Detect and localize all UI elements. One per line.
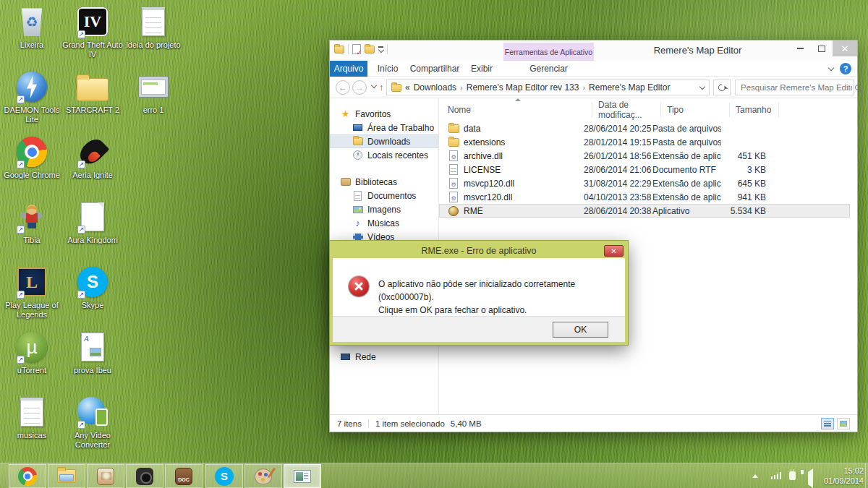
breadcrumb[interactable]: « Downloads › Remere's Map Editor rev 13… bbox=[386, 80, 710, 95]
power-plug-icon[interactable] bbox=[789, 471, 796, 480]
properties-icon[interactable] bbox=[352, 44, 361, 54]
file-row-msvcr120-dll[interactable]: ⚙ msvcr120.dll04/10/2013 23:58Extensão d… bbox=[439, 190, 850, 204]
search-input[interactable] bbox=[741, 83, 852, 92]
window-title: Remere's Map Editor bbox=[605, 45, 791, 56]
desktop-icon-tibia[interactable]: ↗ Tibia bbox=[1, 200, 62, 245]
column-headers: Nome Data de modificaç... Tipo Tamanho bbox=[439, 103, 857, 117]
forward-button[interactable]: → bbox=[352, 80, 367, 95]
show-hidden-icons-button[interactable] bbox=[752, 474, 758, 478]
file-row-license[interactable]: LICENSE28/06/2014 21:06Documento RTF3 KB bbox=[439, 163, 850, 176]
dialog-title-bar[interactable]: RME.exe - Erro de aplicativo bbox=[332, 243, 626, 258]
dll-file-icon: ⚙ bbox=[449, 150, 458, 161]
sidebar-item-musicas[interactable]: ♪Músicas bbox=[330, 216, 438, 230]
minimize-button[interactable] bbox=[789, 40, 811, 56]
column-header-tamanho[interactable]: Tamanho bbox=[730, 103, 779, 117]
column-header-nome[interactable]: Nome bbox=[448, 103, 592, 117]
desktop-icon-label: Grand Theft Auto IV bbox=[62, 40, 123, 59]
sidebar-item-locais-recentes[interactable]: Locais recentes bbox=[330, 148, 438, 162]
sidebar-group-rede[interactable]: Rede bbox=[330, 350, 438, 364]
desktop-icon-gta-iv[interactable]: IV↗ Grand Theft Auto IV bbox=[62, 4, 123, 59]
status-selected-count: 1 item selecionado bbox=[375, 419, 445, 428]
tab-inicio[interactable]: Início bbox=[370, 61, 406, 77]
sidebar-group-bibliotecas[interactable]: Bibliotecas bbox=[330, 175, 438, 189]
word-document-icon bbox=[81, 333, 104, 361]
tab-compartilhar[interactable]: Compartilhar bbox=[406, 61, 464, 77]
new-folder-icon[interactable] bbox=[365, 46, 375, 53]
shortcut-arrow-icon: ↗ bbox=[17, 226, 25, 234]
desktop-icon-utorrent[interactable]: µ↗ uTorrent bbox=[1, 330, 62, 375]
desktop-icon-skype[interactable]: S↗ Skype bbox=[62, 265, 123, 310]
column-header-tipo[interactable]: Tipo bbox=[661, 103, 730, 117]
file-row-data[interactable]: data28/06/2014 20:25Pasta de arquivos bbox=[439, 121, 850, 135]
folder-icon bbox=[448, 124, 459, 133]
help-icon[interactable]: ? bbox=[840, 63, 851, 74]
file-row-rme-selected[interactable]: RME28/06/2014 20:38Aplicativo5.534 KB bbox=[439, 204, 850, 218]
title-bar[interactable]: Ferramentas de Aplicativo Remere's Map E… bbox=[330, 40, 857, 61]
skype-icon: S bbox=[215, 467, 234, 486]
breadcrumb-item[interactable]: Remere's Map Editor rev 133 bbox=[467, 82, 579, 93]
details-view-button[interactable] bbox=[821, 418, 834, 429]
desktop-icon-ideia-do-projeto[interactable]: ideia do projeto bbox=[123, 4, 184, 50]
desktop-icon-erro-1[interactable]: erro 1 bbox=[123, 69, 184, 115]
taskbar-item-skype[interactable]: S bbox=[205, 464, 243, 488]
up-button[interactable]: ↑ bbox=[379, 82, 384, 93]
taskbar-item-photo-app[interactable] bbox=[87, 464, 124, 488]
show-desktop-button[interactable] bbox=[865, 463, 868, 488]
tab-gerenciar[interactable]: Gerenciar bbox=[503, 61, 594, 77]
taskbar-clock[interactable]: 15:02 01/09/2014 bbox=[816, 466, 864, 486]
taskbar-item-image-viewer-active[interactable] bbox=[284, 464, 321, 488]
shortcut-arrow-icon: ↗ bbox=[17, 356, 25, 364]
search-box[interactable] bbox=[735, 80, 854, 95]
refresh-icon bbox=[717, 82, 727, 93]
tab-arquivo[interactable]: Arquivo bbox=[330, 61, 367, 77]
volume-icon[interactable] bbox=[808, 472, 813, 485]
taskbar-item-file-explorer[interactable] bbox=[48, 464, 85, 488]
sidebar-item-area-de-trabalho[interactable]: Área de Trabalho bbox=[330, 121, 438, 134]
desktop-icon-aura-kingdom[interactable]: ↗ Aura Kingdom bbox=[62, 200, 123, 245]
taskbar-item-doc-app[interactable]: DOC bbox=[165, 464, 203, 488]
desktop-icon-league-of-legends[interactable]: L↗ Play League of Legends bbox=[1, 265, 62, 320]
address-dropdown-icon[interactable] bbox=[699, 83, 705, 89]
desktop-icon-starcraft-2[interactable]: STARCRAFT 2 bbox=[62, 69, 123, 115]
ok-button[interactable]: OK bbox=[553, 322, 608, 338]
back-button[interactable]: ← bbox=[336, 80, 350, 95]
image-viewer-icon bbox=[294, 470, 311, 483]
desktop-icon-recycle-bin[interactable]: ♻ Lixeira bbox=[1, 4, 62, 50]
breadcrumb-item[interactable]: Downloads bbox=[414, 82, 456, 93]
error-dialog: RME.exe - Erro de aplicativo ✕ O aplicat… bbox=[330, 241, 628, 345]
expand-ribbon-icon[interactable] bbox=[828, 64, 834, 70]
close-button[interactable]: ✕ bbox=[833, 40, 857, 56]
file-row-archive-dll[interactable]: ⚙ archive.dll26/01/2014 18:56Extensão de… bbox=[439, 149, 850, 163]
breadcrumb-item[interactable]: Remere's Map Editor bbox=[589, 82, 670, 93]
address-bar-row: ← → ↑ « Downloads › Remere's Map Editor … bbox=[330, 77, 857, 98]
error-icon bbox=[349, 276, 369, 296]
speaker-app-icon bbox=[136, 468, 153, 485]
customize-toolbar-icon[interactable] bbox=[378, 46, 383, 52]
recent-locations-icon[interactable] bbox=[371, 82, 377, 88]
desktop-icon-aeria-ignite[interactable]: ↗ Aeria Ignite bbox=[62, 134, 123, 180]
desktop-icon-label: DAEMON Tools Lite bbox=[1, 106, 62, 124]
tab-exibir[interactable]: Exibir bbox=[464, 61, 500, 77]
desktop-icon-daemon-tools[interactable]: ↗ DAEMON Tools Lite bbox=[1, 69, 62, 124]
sidebar-item-downloads[interactable]: Downloads bbox=[330, 134, 438, 148]
refresh-button[interactable] bbox=[713, 80, 731, 95]
network-signal-icon[interactable] bbox=[771, 472, 782, 479]
desktop-icon-label: prova Ibeu bbox=[62, 366, 123, 375]
taskbar-item-audio-app[interactable] bbox=[126, 464, 163, 488]
sidebar-group-favoritos[interactable]: ★Favoritos bbox=[330, 107, 438, 121]
taskbar-item-paint[interactable] bbox=[244, 464, 282, 488]
file-row-msvcp120-dll[interactable]: ⚙ msvcp120.dll31/08/2014 22:29Extensão d… bbox=[439, 176, 850, 190]
dialog-close-button[interactable]: ✕ bbox=[604, 245, 624, 257]
application-file-icon bbox=[448, 206, 459, 216]
sidebar-item-imagens[interactable]: Imagens bbox=[330, 202, 438, 216]
column-header-data[interactable]: Data de modificaç... bbox=[592, 103, 661, 117]
maximize-button[interactable] bbox=[811, 40, 833, 56]
desktop-icon-prova-ibeu[interactable]: prova Ibeu bbox=[62, 330, 123, 375]
file-row-extensions[interactable]: extensions28/01/2014 19:15Pasta de arqui… bbox=[439, 135, 850, 149]
thumbnails-view-button[interactable] bbox=[837, 418, 850, 429]
desktop-icon-musicas[interactable]: musicas bbox=[1, 395, 62, 440]
desktop-icon-any-video-converter[interactable]: ↗ Any Video Converter bbox=[62, 395, 123, 450]
taskbar-item-google-chrome[interactable] bbox=[9, 464, 46, 488]
sidebar-item-documentos[interactable]: Documentos bbox=[330, 189, 438, 202]
desktop-icon-google-chrome[interactable]: ↗ Google Chrome bbox=[1, 134, 62, 180]
